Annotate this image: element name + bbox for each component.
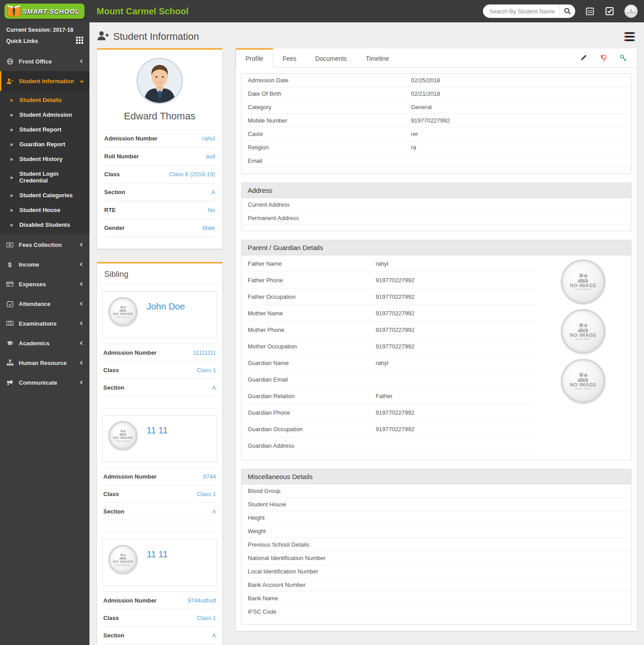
tab-timeline[interactable]: Timeline	[356, 48, 398, 67]
sidebar-item-examinations[interactable]: Examinations	[0, 314, 89, 333]
sibling-row: Section A	[102, 627, 217, 644]
profile-row: Admission Date 02/25/2018	[242, 74, 631, 87]
double-arrow-icon: »	[10, 97, 13, 103]
student-card-row: Roll Number asd	[104, 148, 215, 165]
misc-row: Weight	[242, 525, 631, 538]
calendar-icon[interactable]	[585, 6, 595, 16]
tab-profile[interactable]: Profile	[236, 48, 273, 68]
sibling-name-link[interactable]: 11 11	[147, 425, 168, 456]
submenu-item-student-house[interactable]: » Student House	[0, 203, 89, 217]
user-plus-icon	[6, 77, 13, 85]
sibling-panel-title: Sibling	[97, 263, 222, 285]
misc-row: Student House	[242, 498, 631, 511]
sibling-name-link[interactable]: 11 11	[147, 549, 168, 580]
sidebar-item-attendance[interactable]: Attendance	[0, 294, 89, 314]
sidebar-item-income[interactable]: $ Income	[0, 255, 89, 274]
sibling-row: Class Class 1	[102, 609, 217, 627]
no-image-avatar: NO IMAGE AVAILABLE	[108, 297, 138, 327]
sibling-block: NO IMAGE AVAILABLE 11 11 Admission Numbe…	[102, 415, 217, 533]
panel-menu-icon[interactable]	[623, 30, 637, 43]
double-arrow-icon: »	[10, 156, 13, 162]
double-arrow-icon: »	[10, 221, 13, 228]
submenu-item-student-report[interactable]: » Student Report	[0, 122, 89, 137]
misc-row: National Identification Number	[242, 552, 631, 565]
address-row: Permanent Address	[242, 212, 631, 225]
submenu-item-disabled-students[interactable]: » Disabled Students	[0, 217, 89, 232]
search-icon[interactable]	[559, 4, 575, 18]
parent-row: Guardian Relation Father	[242, 388, 535, 404]
double-arrow-icon: »	[10, 126, 13, 133]
misc-row: IFSC Code	[242, 605, 631, 619]
student-card-row: Admission Number rahul	[104, 130, 215, 148]
logo-text: SMART SCHOOL	[22, 8, 79, 15]
tab-bar: Profile Fees Documents Timeline	[236, 48, 637, 68]
chevron-left-icon	[80, 243, 84, 246]
book-pen-logo-icon	[5, 3, 22, 21]
quick-links-grid-icon[interactable]	[76, 37, 83, 46]
sidebar-item-front-office[interactable]: Front Office	[0, 51, 89, 71]
disable-thumbs-down-icon[interactable]	[599, 54, 607, 62]
profile-row: Mobile Number 919770227992	[242, 114, 631, 127]
double-arrow-icon: »	[10, 111, 13, 118]
address-box: Address Current Address Permanent Addr	[241, 182, 631, 231]
divider	[102, 520, 217, 533]
misc-row: Previous School Details	[242, 538, 631, 552]
task-check-icon[interactable]	[605, 6, 614, 16]
misc-row: Blood Group	[242, 484, 631, 498]
sidebar-item-communicate[interactable]: Communicate	[0, 373, 89, 392]
submenu-item-student-history[interactable]: » Student History	[0, 152, 89, 166]
double-arrow-icon: »	[10, 141, 13, 148]
edit-pencil-icon[interactable]	[580, 54, 588, 62]
submenu-item-student-admission[interactable]: » Student Admission	[0, 107, 89, 122]
sitemap-icon	[6, 359, 13, 366]
quick-links-label: Quick Links	[6, 38, 38, 44]
address-header: Address	[242, 183, 631, 198]
submenu-item-student-details[interactable]: » Student Details	[0, 93, 89, 107]
guardian-no-image-avatar: NO IMAGE AVAILABLE	[561, 359, 606, 403]
submenu-item-student-login-credential[interactable]: » Student Login Credential	[0, 166, 89, 188]
profile-tab-content: Admission Date 02/25/2018 Date Of Birth …	[236, 68, 637, 631]
sidebar-item-academics[interactable]: Academics	[0, 333, 89, 353]
sidebar-menu: Front Office Student Information » Stude…	[0, 51, 89, 392]
address-row: Current Address	[242, 198, 631, 212]
double-arrow-icon: »	[10, 192, 13, 199]
tab-fees[interactable]: Fees	[273, 48, 306, 67]
sidebar-item-student-information[interactable]: Student Information	[0, 71, 89, 91]
father-no-image-avatar: NO IMAGE AVAILABLE	[561, 259, 606, 304]
student-card-row: RTE No	[104, 201, 215, 219]
parent-guardian-box: Parent / Guardian Details Father Name ra…	[241, 240, 631, 460]
misc-row: Height	[242, 511, 631, 525]
search-input[interactable]	[483, 8, 559, 15]
submenu-item-guardian-report[interactable]: » Guardian Report	[0, 137, 89, 152]
submenu-item-student-categories[interactable]: » Student Categories	[0, 188, 89, 203]
student-card-row: Class Class 6 (2018-19)	[104, 165, 215, 183]
student-card-row: Gender Male	[104, 219, 215, 237]
chevron-left-icon	[80, 381, 84, 384]
sidebar-item-label: Front Office	[19, 58, 52, 65]
parent-row: Mother Occupation 919770227992	[242, 338, 535, 355]
profile-row: Caste rer	[242, 127, 631, 141]
login-key-icon[interactable]	[619, 54, 627, 62]
sidebar-item-expenses[interactable]: Expenses	[0, 274, 89, 294]
student-detail-panel: Profile Fees Documents Timeline	[236, 48, 637, 631]
sidebar-item-fees-collection[interactable]: Fees Collection	[0, 235, 89, 255]
chevron-left-icon	[80, 282, 84, 286]
sibling-name-link[interactable]: John Doe	[147, 301, 185, 332]
tab-documents[interactable]: Documents	[306, 48, 356, 67]
sidebar-item-human-resource[interactable]: Human Resource	[0, 353, 89, 373]
parent-row: Father Occupation 919770227992	[242, 289, 535, 305]
misc-row: Bank Account Number	[242, 578, 631, 592]
mother-no-image-avatar: NO IMAGE AVAILABLE	[561, 309, 606, 354]
parent-guardian-header: Parent / Guardian Details	[242, 240, 631, 255]
miscellaneous-header: Miscellaneous Details	[242, 469, 631, 484]
chevron-left-icon	[80, 302, 84, 306]
profile-row: Category General	[242, 101, 631, 114]
chevron-left-icon	[80, 341, 84, 345]
page-title: Student Information	[113, 31, 199, 42]
chevron-left-icon	[80, 322, 84, 325]
sibling-row: Class Class 1	[102, 485, 217, 503]
app-logo[interactable]: SMART SCHOOL	[0, 4, 89, 19]
current-session: Current Session: 2017-18	[6, 27, 83, 33]
user-avatar[interactable]: NO IMAGE	[624, 4, 638, 18]
top-header: SMART SCHOOL Mount Carmel School	[0, 0, 644, 22]
